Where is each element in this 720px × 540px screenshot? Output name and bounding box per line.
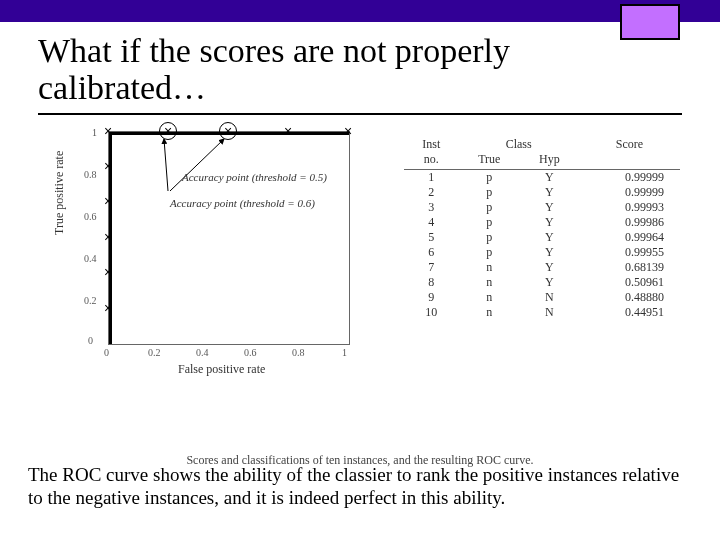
cell-true: p [459, 200, 520, 215]
xtick: 0.6 [244, 347, 257, 358]
th-score: Score [579, 137, 680, 152]
cell-hyp: Y [520, 185, 579, 200]
slide-title: What if the scores are not properly cali… [38, 32, 682, 107]
title-wrap: What if the scores are not properly cali… [38, 22, 682, 115]
cell-score: 0.99986 [579, 215, 680, 230]
table-row: 7nY0.68139 [404, 260, 680, 275]
roc-point: × [104, 158, 112, 174]
cell-hyp: Y [520, 169, 579, 185]
cell-no: 10 [404, 305, 459, 320]
plot-frame [108, 131, 350, 345]
xtick: 0.2 [148, 347, 161, 358]
instance-table: Inst Class Score no. True Hyp 1pY0.99999… [404, 137, 680, 320]
cell-no: 4 [404, 215, 459, 230]
roc-point: × [104, 229, 112, 245]
roc-point: × [104, 193, 112, 209]
cell-hyp: N [520, 290, 579, 305]
cell-score: 0.68139 [579, 260, 680, 275]
th-true: True [459, 152, 520, 170]
cell-hyp: Y [520, 245, 579, 260]
cell-score: 0.44951 [579, 305, 680, 320]
cell-score: 0.99993 [579, 200, 680, 215]
cell-true: n [459, 260, 520, 275]
cell-no: 8 [404, 275, 459, 290]
cell-no: 1 [404, 169, 459, 185]
highlight-circle-icon [219, 122, 237, 140]
ytick: 0.8 [84, 169, 97, 180]
roc-plot: True positive rate False positive rate 0… [68, 127, 360, 375]
cell-true: n [459, 290, 520, 305]
ytick: 0.4 [84, 253, 97, 264]
th-no: no. [404, 152, 459, 170]
cell-hyp: Y [520, 260, 579, 275]
roc-point: × [344, 123, 352, 139]
xtick: 0.4 [196, 347, 209, 358]
cell-hyp: Y [520, 200, 579, 215]
cell-hyp: Y [520, 215, 579, 230]
cell-hyp: Y [520, 275, 579, 290]
cell-score: 0.48880 [579, 290, 680, 305]
cell-true: p [459, 230, 520, 245]
table-row: 2pY0.99999 [404, 185, 680, 200]
cell-true: n [459, 305, 520, 320]
table-row: 8nY0.50961 [404, 275, 680, 290]
ytick: 1 [92, 127, 97, 138]
cell-true: p [459, 185, 520, 200]
cell-true: n [459, 275, 520, 290]
slide-body-text: The ROC curve shows the ability of the c… [28, 464, 692, 510]
title-bar [0, 0, 720, 22]
cell-true: p [459, 245, 520, 260]
th-hyp: Hyp [520, 152, 579, 170]
xtick: 0.8 [292, 347, 305, 358]
roc-point: × [104, 300, 112, 316]
table-row: 3pY0.99993 [404, 200, 680, 215]
cell-score: 0.99999 [579, 169, 680, 185]
cell-no: 7 [404, 260, 459, 275]
content-area: True positive rate False positive rate 0… [20, 127, 700, 427]
cell-no: 6 [404, 245, 459, 260]
cell-no: 5 [404, 230, 459, 245]
cell-score: 0.50961 [579, 275, 680, 290]
corner-decoration [620, 4, 680, 40]
cell-score: 0.99964 [579, 230, 680, 245]
cell-score: 0.99955 [579, 245, 680, 260]
cell-no: 9 [404, 290, 459, 305]
cell-score: 0.99999 [579, 185, 680, 200]
table-row: 4pY0.99986 [404, 215, 680, 230]
cell-no: 3 [404, 200, 459, 215]
xtick: 0 [104, 347, 109, 358]
cell-hyp: Y [520, 230, 579, 245]
ytick: 0.6 [84, 211, 97, 222]
table-row: 10nN0.44951 [404, 305, 680, 320]
cell-true: p [459, 215, 520, 230]
annotation-threshold-06: Accuracy point (threshold = 0.6) [170, 197, 315, 209]
table-row: 9nN0.48880 [404, 290, 680, 305]
y-axis-label: True positive rate [52, 151, 67, 235]
roc-point: × [104, 264, 112, 280]
cell-true: p [459, 169, 520, 185]
annotation-threshold-05: Accuracy point (threshold = 0.5) [182, 171, 327, 183]
xtick: 1 [342, 347, 347, 358]
ytick: 0 [88, 335, 93, 346]
x-axis-label: False positive rate [178, 362, 265, 377]
table-row: 5pY0.99964 [404, 230, 680, 245]
roc-point: × [284, 123, 292, 139]
cell-hyp: N [520, 305, 579, 320]
table-row: 1pY0.99999 [404, 169, 680, 185]
th-class: Class [459, 137, 579, 152]
roc-point: × [104, 123, 112, 139]
ytick: 0.2 [84, 295, 97, 306]
table-row: 6pY0.99955 [404, 245, 680, 260]
highlight-circle-icon [159, 122, 177, 140]
th-inst: Inst [404, 137, 459, 152]
cell-no: 2 [404, 185, 459, 200]
